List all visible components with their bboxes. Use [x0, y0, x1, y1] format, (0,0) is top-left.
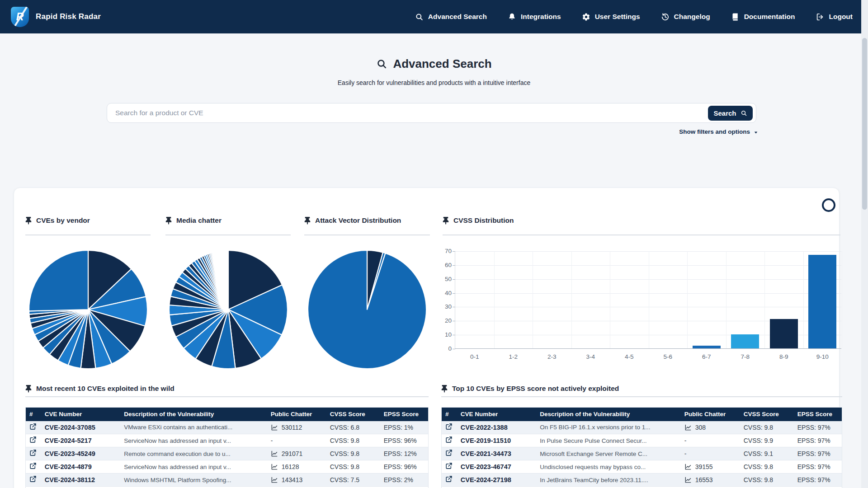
external-link-icon[interactable] [445, 475, 453, 483]
cvss-score-value [740, 487, 794, 488]
nav-item-integrations[interactable]: Integrations [508, 13, 561, 21]
pin-icon [304, 217, 311, 225]
external-link-icon[interactable] [29, 436, 37, 443]
pin-icon [25, 385, 32, 393]
nav-menu: Advanced Search Integrations User Settin… [415, 13, 853, 21]
column-header: EPSS Score [380, 408, 429, 421]
external-link-icon[interactable] [29, 475, 37, 483]
trend-chart-icon [271, 450, 278, 457]
cve-description: In Pulse Secure Pulse Connect Secur... [536, 434, 681, 447]
public-chatter-value: 39155 [681, 460, 740, 474]
app-logo-icon: R [11, 7, 29, 27]
nav-item-documentation[interactable]: Documentation [731, 13, 795, 21]
public-chatter-value: - [267, 434, 326, 447]
cve-description: In JetBrains TeamCity before 2023.11.... [536, 474, 681, 487]
table-row: CVE-2024-4879ServiceNow has addressed an… [26, 460, 429, 474]
external-link-icon[interactable] [445, 462, 453, 469]
book-icon [731, 13, 740, 21]
column-header: Description of the Vulnerability [120, 408, 267, 421]
cvss-score-value: CVSS: 9.8 [740, 460, 794, 474]
cve-number[interactable]: CVE-2024-37085 [41, 421, 120, 434]
table-row: CVE-2019-11510In Pulse Secure Pulse Conn… [442, 434, 842, 447]
cve-number[interactable]: CVE-2021-34473 [457, 447, 536, 460]
search-icon [415, 13, 424, 21]
bar-chart-cvss-distribution: 0102030405060700-11-22-33-44-55-66-77-88… [455, 251, 841, 349]
nav-item-changelog[interactable]: Changelog [661, 13, 710, 21]
column-header: EPSS Score [794, 408, 842, 421]
search-input[interactable] [107, 103, 756, 122]
pin-icon [443, 217, 449, 225]
nav-item-logout[interactable]: Logout [816, 13, 853, 21]
search-button[interactable]: Search [708, 106, 753, 121]
pin-icon [165, 217, 172, 225]
cve-number[interactable]: CVE-2024-4879 [41, 460, 120, 474]
table-row [442, 487, 842, 488]
page-subtitle: Easily search for vulnerabilities and pr… [0, 79, 868, 86]
brand[interactable]: R Rapid Risk Radar [11, 7, 101, 27]
cve-description: On F5 BIG-IP 16.1.x versions prior to 1.… [536, 421, 681, 434]
epss-score-value: EPSS: 97% [794, 447, 842, 460]
table-title: Most recent 10 CVEs exploited in the wil… [25, 384, 429, 394]
column-header: # [26, 408, 41, 421]
cve-number[interactable]: CVE-2024-5217 [41, 434, 120, 447]
chevron-down-icon [753, 130, 759, 135]
cve-description: Microsoft Exchange Server Remote C... [536, 447, 681, 460]
cve-description [536, 487, 681, 488]
nav-item-user-settings[interactable]: User Settings [582, 13, 640, 21]
cve-description: Windows MSHTML Platform Spoofing... [120, 474, 267, 487]
public-chatter-value [681, 487, 740, 488]
cvss-score-value: CVSS: 9.8 [326, 434, 380, 447]
trend-chart-icon [271, 424, 278, 431]
cve-number[interactable] [41, 487, 120, 488]
table-row: CVE-2021-34473Microsoft Exchange Server … [442, 447, 842, 460]
cve-number[interactable]: CVE-2024-38112 [41, 474, 120, 487]
public-chatter-value: - [681, 434, 740, 447]
scrollbar-thumb[interactable] [862, 38, 867, 210]
dashboard-panel: CVEs by vendor Media chatter Attack Vect… [14, 188, 840, 488]
vertical-scrollbar[interactable] [861, 0, 868, 488]
pie-chart-attack-vector [307, 249, 427, 371]
cvss-score-value: CVSS: 9.8 [740, 421, 794, 434]
column-header: Public Chatter [267, 408, 326, 421]
column-header: Description of the Vulnerability [536, 408, 681, 421]
cve-description: Undisclosed requests may bypass co... [536, 460, 681, 474]
show-filters-toggle[interactable]: Show filters and options [679, 128, 759, 135]
nav-item-advanced-search[interactable]: Advanced Search [415, 13, 487, 21]
external-link-icon[interactable] [445, 449, 453, 456]
epss-score-value: EPSS: 97% [794, 474, 842, 487]
external-link-icon[interactable] [29, 423, 37, 430]
epss-score-value: EPSS: 97% [794, 434, 842, 447]
table-row: CVE-2024-37085VMware ESXi contains an au… [26, 421, 429, 434]
chart-section-cvss-distribution: CVSS Distribution 0102030405060700-11-22… [443, 188, 840, 382]
column-header: CVSS Score [740, 408, 794, 421]
external-link-icon[interactable] [29, 462, 37, 469]
public-chatter-value: 143413 [267, 474, 326, 487]
public-chatter-value: 530112 [267, 421, 326, 434]
chart-section-media-chatter: Media chatter [165, 188, 291, 382]
cve-number[interactable]: CVE-2023-45249 [41, 447, 120, 460]
cve-table: #CVE NumberDescription of the Vulnerabil… [441, 407, 842, 488]
chart-section-cves-by-vendor: CVEs by vendor [25, 188, 151, 382]
column-header: CVE Number [457, 408, 536, 421]
cve-number[interactable]: CVE-2023-46747 [457, 460, 536, 474]
page-title: Advanced Search [0, 57, 868, 71]
cve-number[interactable]: CVE-2022-1388 [457, 421, 536, 434]
cve-number[interactable]: CVE-2024-27198 [457, 474, 536, 487]
external-link-icon[interactable] [445, 423, 453, 430]
public-chatter-value: - [681, 447, 740, 460]
cvss-score-value: CVSS: 7.5 [326, 474, 380, 487]
cve-number[interactable]: CVE-2019-11510 [457, 434, 536, 447]
table-row: CVE-2024-27198In JetBrains TeamCity befo… [442, 474, 842, 487]
cvss-score-value: CVSS: 6.8 [326, 421, 380, 434]
trend-chart-icon [271, 476, 278, 483]
bell-icon [508, 13, 516, 21]
trend-chart-icon [684, 424, 692, 431]
public-chatter-value: 308 [681, 421, 740, 434]
public-chatter-value [267, 487, 326, 488]
external-link-icon[interactable] [445, 436, 453, 443]
cve-number[interactable] [457, 487, 536, 488]
column-header: CVE Number [41, 408, 120, 421]
external-link-icon[interactable] [29, 449, 37, 456]
table-title: Top 10 CVEs by EPSS score not actively e… [441, 384, 842, 394]
cve-description: Remote command execution due to u... [120, 447, 267, 460]
